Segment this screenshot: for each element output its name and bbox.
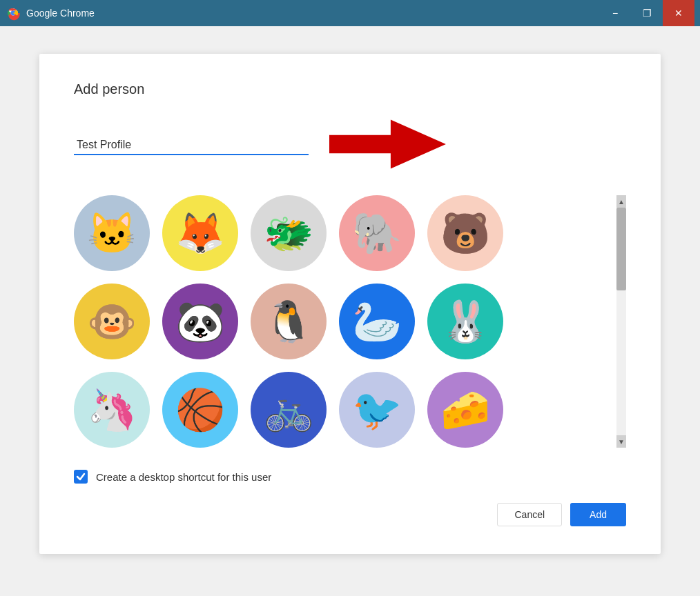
- avatar-rabbit-origami[interactable]: 🐰: [427, 284, 503, 359]
- minimize-button[interactable]: −: [599, 0, 631, 26]
- close-button[interactable]: ✕: [663, 0, 694, 26]
- scrollbar-track: [616, 208, 626, 435]
- shortcut-checkbox[interactable]: [74, 470, 88, 484]
- window-title: Google Chrome: [26, 8, 599, 19]
- avatar-basketball[interactable]: 🏀: [162, 372, 238, 448]
- avatar-cat-origami[interactable]: 🐱: [74, 195, 150, 271]
- scrollbar-down-arrow[interactable]: ▼: [616, 435, 626, 448]
- scrollbar-thumb[interactable]: [616, 208, 626, 290]
- dialog-heading: Add person: [74, 81, 626, 97]
- window-controls: − ❐ ✕: [599, 0, 694, 26]
- title-bar: Google Chrome − ❐ ✕: [0, 0, 700, 26]
- avatar-penguin-origami[interactable]: 🐧: [251, 284, 327, 359]
- avatar-panda-origami[interactable]: 🐼: [162, 284, 238, 359]
- avatar-scrollbar[interactable]: ▲ ▼: [616, 195, 626, 448]
- dialog-buttons: Cancel Add: [74, 503, 626, 526]
- profile-name-input[interactable]: [74, 136, 309, 155]
- checkmark-icon: [76, 472, 86, 481]
- name-input-row: [74, 117, 626, 175]
- avatar-bear-origami[interactable]: 🐻: [427, 195, 503, 271]
- maximize-button[interactable]: ❐: [631, 0, 663, 26]
- shortcut-checkbox-row: Create a desktop shortcut for this user: [74, 470, 626, 484]
- avatar-unicorn-origami[interactable]: 🦄: [74, 372, 150, 448]
- svg-marker-2: [329, 119, 446, 168]
- avatars-grid: 🐱🦊🐲🐘🐻🐵🐼🐧🦢🐰🦄🏀🚲🐦🧀: [74, 195, 610, 448]
- avatars-section: 🐱🦊🐲🐘🐻🐵🐼🐧🦢🐰🦄🏀🚲🐦🧀 ▲ ▼: [74, 195, 626, 448]
- avatar-monkey-origami[interactable]: 🐵: [74, 284, 150, 359]
- avatar-dragon-origami[interactable]: 🐲: [251, 195, 327, 271]
- cancel-button[interactable]: Cancel: [497, 503, 562, 526]
- shortcut-label: Create a desktop shortcut for this user: [96, 471, 271, 483]
- avatar-bird-red-origami[interactable]: 🐦: [339, 372, 415, 448]
- add-person-dialog: Add person 🐱🦊🐲🐘🐻🐵🐼🐧🦢🐰🦄🏀🚲🐦🧀 ▲ ▼: [39, 54, 661, 554]
- avatar-bicycle[interactable]: 🚲: [251, 372, 327, 448]
- avatar-bird-blue-origami[interactable]: 🦢: [339, 284, 415, 359]
- red-arrow-annotation: [322, 117, 447, 175]
- scrollbar-up-arrow[interactable]: ▲: [616, 195, 626, 208]
- avatar-fox-origami[interactable]: 🦊: [162, 195, 238, 271]
- arrow-icon: [322, 117, 447, 172]
- avatar-cheese[interactable]: 🧀: [427, 372, 503, 448]
- avatar-elephant-origami[interactable]: 🐘: [339, 195, 415, 271]
- chrome-icon: [6, 6, 21, 21]
- add-button[interactable]: Add: [570, 503, 626, 526]
